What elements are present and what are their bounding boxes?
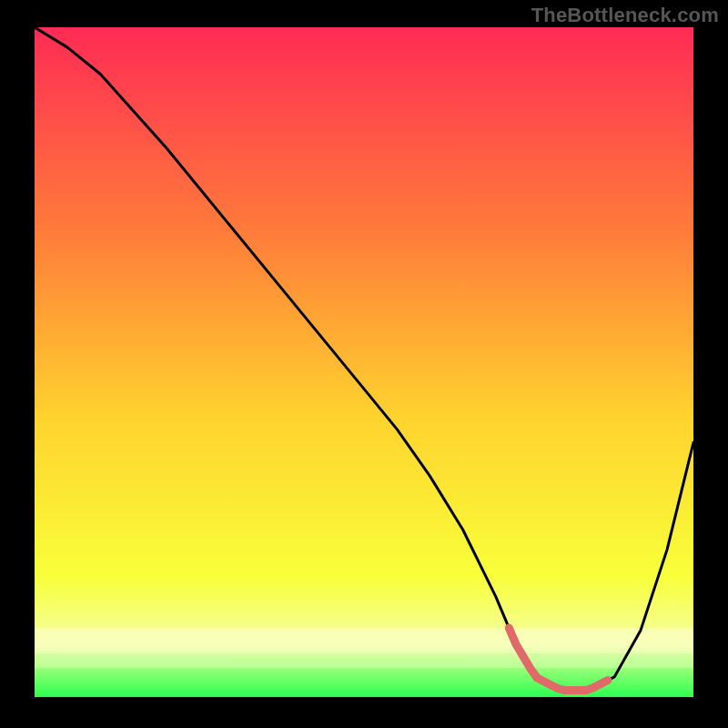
bottleneck-curve [35,27,693,697]
watermark-text: TheBottleneck.com [531,4,719,27]
plot-area [35,27,693,697]
chart-frame: TheBottleneck.com [0,0,728,728]
